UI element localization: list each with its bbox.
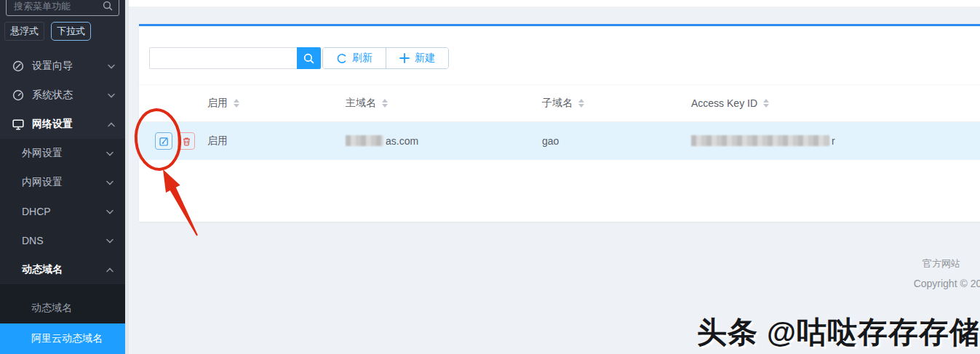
cell-enabled: 启用: [207, 134, 346, 148]
sidebar-menu: 设置向导 系统状态: [0, 52, 125, 139]
sidebar-item-system-status[interactable]: 系统状态: [0, 81, 125, 110]
tab-floating-mode[interactable]: 悬浮式: [4, 22, 44, 41]
top-strip: [129, 0, 980, 7]
refresh-button[interactable]: 刷新: [323, 48, 386, 68]
sidebar-item-network-settings[interactable]: 网络设置: [0, 110, 125, 139]
network-submenu: 外网设置 内网设置 DHCP DNS 动态域名: [0, 139, 125, 284]
compass-icon: [12, 60, 24, 72]
cell-access-key-id: r: [691, 135, 980, 147]
row-actions: [139, 132, 207, 150]
toolbar-button-group: 刷新 新建: [322, 47, 449, 69]
trash-icon: [182, 137, 191, 146]
refresh-icon: [336, 53, 347, 64]
ddns-table: 启用 主域名 子域名 Access Key ID: [139, 84, 980, 160]
column-header-access-key-id[interactable]: Access Key ID: [691, 97, 980, 109]
table-toolbar: 刷新 新建: [149, 47, 449, 69]
menu-search-input[interactable]: [12, 0, 103, 12]
cell-subdomain: gao: [542, 135, 691, 147]
table-search-button[interactable]: [297, 47, 321, 69]
toutiao-watermark: 头条 @咕哒存存存储: [697, 313, 980, 353]
menu-mode-tabs: 悬浮式 下拉式: [4, 23, 125, 40]
chevron-down-icon: [106, 209, 113, 214]
sidebar-item-label: 设置向导: [32, 60, 108, 73]
table-header-row: 启用 主域名 子域名 Access Key ID: [139, 84, 980, 122]
sidebar-item-label: 网络设置: [32, 118, 108, 131]
sidebar-item-dhcp[interactable]: DHCP: [0, 197, 125, 226]
sidebar-item-dns[interactable]: DNS: [0, 226, 125, 255]
sidebar-item-setup-wizard[interactable]: 设置向导: [0, 52, 125, 81]
search-icon: [103, 1, 113, 11]
sort-icon[interactable]: [763, 99, 769, 108]
column-header-enabled[interactable]: 启用: [207, 97, 346, 110]
menu-search-box[interactable]: [6, 0, 119, 16]
tab-dropdown-mode[interactable]: 下拉式: [51, 22, 91, 41]
monitor-icon: [12, 118, 24, 130]
column-header-subdomain[interactable]: 子域名: [542, 97, 691, 110]
chevron-down-icon: [108, 93, 115, 98]
sort-icon[interactable]: [234, 99, 239, 108]
ddns-submenu: 动态域名 阿里云动态域名: [0, 284, 125, 354]
chevron-up-icon: [108, 122, 115, 127]
table-search-input[interactable]: [149, 47, 297, 69]
sidebar-item-wan-settings[interactable]: 外网设置: [0, 139, 125, 168]
sidebar-item-label: 系统状态: [32, 89, 108, 102]
content-card: 刷新 新建 启用 主域名 子域名: [139, 24, 980, 222]
redacted-domain: [346, 135, 383, 146]
chevron-down-icon: [108, 64, 115, 69]
chevron-down-icon: [106, 238, 113, 244]
sort-icon[interactable]: [382, 99, 388, 108]
search-icon: [303, 53, 314, 64]
sidebar-item-aliyun-ddns[interactable]: 阿里云动态域名: [0, 323, 125, 354]
official-site-link[interactable]: 官方网站: [923, 257, 960, 270]
edit-button[interactable]: [155, 132, 172, 150]
cell-domain: as.com: [346, 135, 542, 147]
edit-icon: [159, 137, 169, 146]
chevron-down-icon: [106, 151, 113, 156]
column-header-domain[interactable]: 主域名: [346, 97, 542, 110]
chevron-down-icon: [106, 180, 113, 185]
sort-icon[interactable]: [578, 99, 584, 108]
sidebar-item-ddns[interactable]: 动态域名: [0, 255, 125, 284]
table-row[interactable]: 启用 as.com gao r: [139, 122, 980, 160]
new-button[interactable]: 新建: [386, 48, 448, 68]
redacted-access-key: [691, 135, 829, 146]
sidebar: 悬浮式 下拉式 设置向导 系统状态: [0, 0, 125, 354]
sidebar-scrollbar[interactable]: [125, 0, 129, 354]
sidebar-item-ddns-generic[interactable]: 动态域名: [0, 293, 125, 323]
gauge-icon: [12, 89, 24, 101]
copyright-text: Copyright © 202: [914, 278, 980, 289]
delete-button[interactable]: [178, 132, 195, 150]
chevron-up-icon: [106, 267, 113, 273]
plus-icon: [399, 53, 410, 63]
sidebar-item-lan-settings[interactable]: 内网设置: [0, 168, 125, 197]
